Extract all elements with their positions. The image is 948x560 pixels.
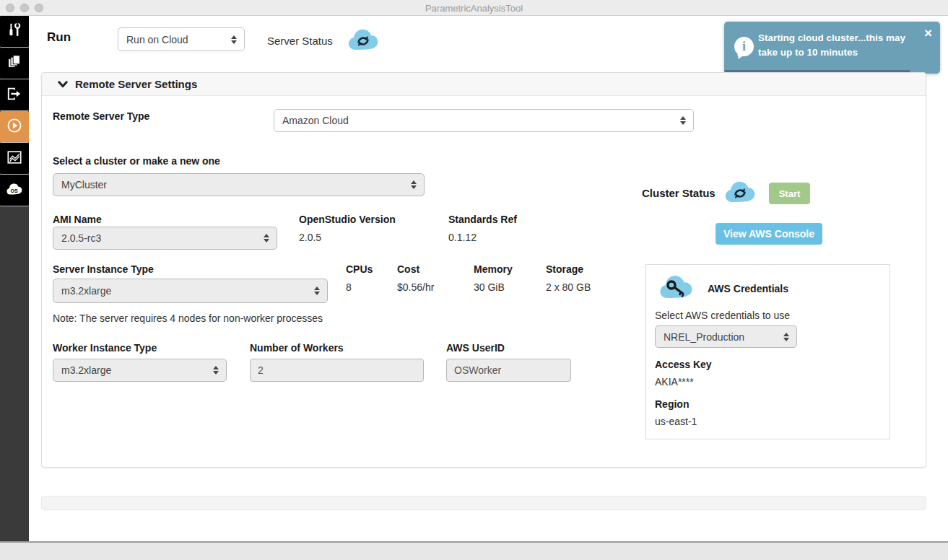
chevron-down-icon — [58, 81, 68, 88]
cost-value: $0.56/hr — [397, 281, 434, 293]
cluster-status-label: Cluster Status — [642, 187, 716, 199]
credentials-select[interactable]: NREL_Production — [655, 325, 797, 348]
sidebar-item-outputs[interactable] — [0, 79, 29, 111]
desktop-background — [0, 541, 948, 560]
remote-server-type-label: Remote Server Type — [53, 110, 149, 122]
toast-message: Starting cloud cluster...this may take u… — [758, 31, 916, 60]
chevron-updown-icon — [680, 116, 686, 125]
sidebar-item-cloud[interactable]: OS — [0, 175, 29, 206]
main-content: Run Run on Cloud Server Status i Startin… — [29, 16, 948, 541]
server-instance-type-label: Server Instance Type — [53, 263, 154, 275]
toast-notification: i Starting cloud cluster...this may take… — [724, 22, 940, 74]
run-mode-value: Run on Cloud — [126, 34, 188, 45]
openstudio-version-value: 2.0.5 — [299, 232, 321, 243]
number-of-workers-input[interactable] — [250, 359, 424, 382]
sidebar-item-run[interactable] — [0, 111, 29, 143]
access-key-label: Access Key — [655, 359, 712, 370]
ami-name-label: AMI Name — [53, 214, 102, 225]
cluster-value: MyCluster — [61, 179, 107, 191]
cost-header: Cost — [397, 263, 419, 275]
worker-instance-type-select[interactable]: m3.2xlarge — [53, 359, 227, 382]
chevron-updown-icon — [783, 333, 789, 341]
app-window: ParametricAnalysisTool — [0, 0, 948, 560]
window-title: ParametricAnalysisTool — [0, 3, 948, 14]
chevron-updown-icon — [264, 234, 269, 242]
sidebar-item-measures[interactable] — [0, 16, 29, 48]
cpus-value: 8 — [346, 281, 352, 293]
status-strip — [41, 496, 926, 510]
access-key-value: AKIA**** — [655, 376, 694, 388]
sidebar: OS — [0, 16, 29, 541]
cluster-select[interactable]: MyCluster — [53, 173, 425, 196]
memory-header: Memory — [474, 263, 513, 275]
cluster-status-refresh-button[interactable] — [721, 179, 759, 208]
server-note: Note: The server requires 4 nodes for no… — [53, 312, 323, 324]
region-label: Region — [655, 398, 689, 410]
openstudio-version-label: OpenStudio Version — [299, 214, 396, 225]
aws-userid-label: AWS UserID — [446, 342, 505, 354]
server-instance-type-value: m3.2xlarge — [61, 285, 111, 297]
results-icon — [6, 149, 22, 168]
number-of-workers-label: Number of Workers — [250, 342, 344, 354]
export-icon — [6, 86, 22, 105]
cloud-refresh-icon — [721, 179, 759, 205]
toast-close-icon[interactable]: × — [924, 26, 932, 40]
worker-instance-type-label: Worker Instance Type — [53, 342, 157, 354]
tools-icon — [6, 22, 22, 41]
cloud-refresh-icon — [344, 27, 382, 53]
remote-server-type-value: Amazon Cloud — [282, 115, 349, 126]
cluster-select-label: Select a cluster or make a new one — [53, 155, 220, 167]
region-value: us-east-1 — [655, 416, 697, 427]
sidebar-item-design-alternatives[interactable] — [0, 48, 29, 79]
start-cluster-button[interactable]: Start — [769, 183, 810, 204]
storage-value: 2 x 80 GB — [546, 281, 591, 293]
chevron-updown-icon — [314, 286, 320, 295]
svg-text:OS: OS — [11, 188, 18, 193]
chevron-updown-icon — [213, 366, 219, 375]
aws-credentials-panel: AWS Credentials Select AWS credentials t… — [645, 264, 890, 439]
info-icon: i — [734, 37, 754, 56]
run-mode-select[interactable]: Run on Cloud — [118, 27, 245, 51]
server-instance-type-select[interactable]: m3.2xlarge — [53, 279, 328, 303]
standards-ref-value: 0.1.12 — [448, 232, 477, 243]
cpus-header: CPUs — [346, 263, 373, 275]
aws-credentials-title: AWS Credentials — [708, 283, 788, 294]
page-title: Run — [47, 30, 71, 45]
run-icon — [6, 117, 23, 137]
remote-server-type-select[interactable]: Amazon Cloud — [274, 109, 694, 132]
cloud-key-icon — [656, 273, 696, 305]
remote-server-settings-header[interactable]: Remote Server Settings — [42, 73, 926, 96]
aws-userid-input[interactable] — [446, 359, 571, 382]
server-status-label: Server Status — [267, 35, 333, 47]
worker-instance-type-value: m3.2xlarge — [61, 364, 111, 376]
cloud-os-icon: OS — [5, 181, 24, 200]
section-title: Remote Server Settings — [75, 78, 197, 90]
sidebar-item-results[interactable] — [0, 143, 29, 175]
copies-icon — [6, 54, 22, 73]
server-status-refresh-button[interactable] — [344, 27, 382, 56]
titlebar: ParametricAnalysisTool — [0, 0, 948, 16]
memory-value: 30 GiB — [474, 281, 505, 293]
ami-name-select[interactable]: 2.0.5-rc3 — [53, 227, 277, 250]
chevron-updown-icon — [411, 180, 417, 189]
storage-header: Storage — [546, 263, 583, 275]
standards-ref-label: Standards Ref — [448, 214, 517, 225]
view-aws-console-button[interactable]: View AWS Console — [716, 223, 822, 245]
chevron-updown-icon — [231, 35, 237, 44]
ami-name-value: 2.0.5-rc3 — [61, 232, 101, 244]
credentials-value: NREL_Production — [664, 331, 744, 343]
remote-server-settings-card: Remote Server Settings Remote Server Typ… — [41, 72, 926, 468]
credentials-select-label: Select AWS credentials to use — [655, 310, 790, 321]
